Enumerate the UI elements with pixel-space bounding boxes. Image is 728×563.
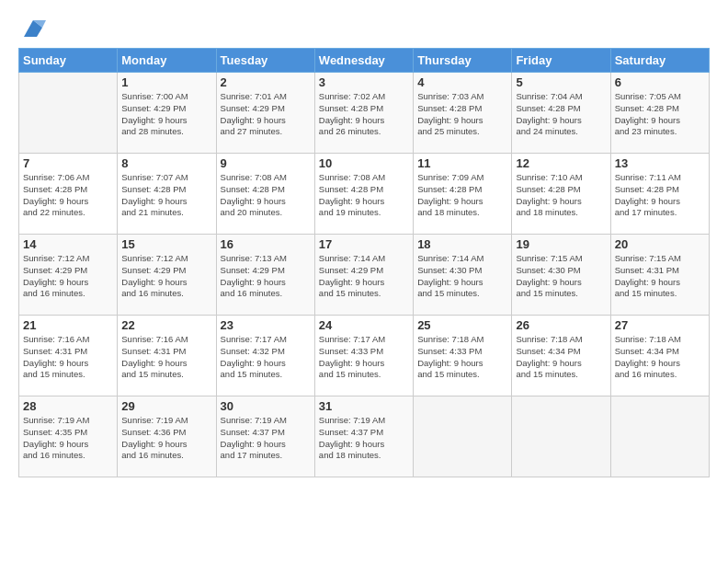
- calendar-cell: 4Sunrise: 7:03 AMSunset: 4:28 PMDaylight…: [414, 73, 512, 154]
- day-info: Sunrise: 7:12 AMSunset: 4:29 PMDaylight:…: [23, 253, 113, 300]
- day-number: 1: [121, 75, 211, 89]
- day-info: Sunrise: 7:05 AMSunset: 4:28 PMDaylight:…: [615, 91, 705, 138]
- calendar-cell: 2Sunrise: 7:01 AMSunset: 4:29 PMDaylight…: [216, 73, 314, 154]
- day-number: 6: [615, 75, 705, 89]
- calendar-cell: 22Sunrise: 7:16 AMSunset: 4:31 PMDayligh…: [118, 316, 216, 396]
- calendar-cell: 27Sunrise: 7:18 AMSunset: 4:34 PMDayligh…: [610, 316, 709, 396]
- day-number: 11: [417, 156, 507, 170]
- day-number: 22: [121, 318, 211, 332]
- day-info: Sunrise: 7:06 AMSunset: 4:28 PMDaylight:…: [23, 172, 113, 219]
- calendar-cell: 8Sunrise: 7:07 AMSunset: 4:28 PMDaylight…: [118, 154, 216, 235]
- day-info: Sunrise: 7:15 AMSunset: 4:30 PMDaylight:…: [516, 253, 606, 300]
- header-row: SundayMondayTuesdayWednesdayThursdayFrid…: [19, 49, 710, 73]
- calendar-week-1: 1Sunrise: 7:00 AMSunset: 4:29 PMDaylight…: [19, 73, 710, 154]
- day-number: 15: [121, 237, 211, 251]
- day-header-friday: Friday: [512, 49, 610, 73]
- calendar-cell: [414, 396, 512, 477]
- day-info: Sunrise: 7:14 AMSunset: 4:29 PMDaylight:…: [319, 253, 409, 300]
- calendar-cell: [610, 396, 709, 477]
- calendar-cell: 28Sunrise: 7:19 AMSunset: 4:35 PMDayligh…: [19, 396, 118, 477]
- calendar-cell: 25Sunrise: 7:18 AMSunset: 4:33 PMDayligh…: [414, 316, 512, 396]
- calendar-cell: 11Sunrise: 7:09 AMSunset: 4:28 PMDayligh…: [414, 154, 512, 235]
- calendar-week-3: 14Sunrise: 7:12 AMSunset: 4:29 PMDayligh…: [19, 235, 710, 316]
- day-number: 23: [221, 318, 311, 332]
- calendar-header: SundayMondayTuesdayWednesdayThursdayFrid…: [19, 49, 710, 73]
- day-number: 2: [221, 75, 311, 89]
- calendar-week-4: 21Sunrise: 7:16 AMSunset: 4:31 PMDayligh…: [19, 316, 710, 396]
- day-info: Sunrise: 7:16 AMSunset: 4:31 PMDaylight:…: [121, 334, 211, 381]
- logo-icon: [20, 15, 46, 40]
- calendar-week-2: 7Sunrise: 7:06 AMSunset: 4:28 PMDaylight…: [19, 154, 710, 235]
- calendar-cell: 9Sunrise: 7:08 AMSunset: 4:28 PMDaylight…: [216, 154, 314, 235]
- day-header-tuesday: Tuesday: [216, 49, 314, 73]
- calendar-cell: 26Sunrise: 7:18 AMSunset: 4:34 PMDayligh…: [512, 316, 610, 396]
- header: [18, 15, 710, 40]
- day-number: 17: [319, 237, 409, 251]
- day-number: 4: [417, 75, 507, 89]
- day-number: 21: [23, 318, 113, 332]
- calendar-cell: 16Sunrise: 7:13 AMSunset: 4:29 PMDayligh…: [216, 235, 314, 316]
- day-info: Sunrise: 7:09 AMSunset: 4:28 PMDaylight:…: [417, 172, 507, 219]
- day-number: 31: [319, 399, 409, 413]
- day-info: Sunrise: 7:19 AMSunset: 4:37 PMDaylight:…: [319, 415, 409, 462]
- calendar-cell: 7Sunrise: 7:06 AMSunset: 4:28 PMDaylight…: [19, 154, 118, 235]
- day-info: Sunrise: 7:18 AMSunset: 4:33 PMDaylight:…: [417, 334, 507, 381]
- calendar-cell: 20Sunrise: 7:15 AMSunset: 4:31 PMDayligh…: [610, 235, 709, 316]
- day-header-monday: Monday: [118, 49, 216, 73]
- day-info: Sunrise: 7:15 AMSunset: 4:31 PMDaylight:…: [615, 253, 705, 300]
- day-number: 29: [121, 399, 211, 413]
- day-header-wednesday: Wednesday: [314, 49, 413, 73]
- calendar-cell: [19, 73, 118, 154]
- logo: [18, 15, 46, 40]
- calendar-cell: 5Sunrise: 7:04 AMSunset: 4:28 PMDaylight…: [512, 73, 610, 154]
- day-info: Sunrise: 7:01 AMSunset: 4:29 PMDaylight:…: [221, 91, 311, 138]
- day-number: 9: [221, 156, 311, 170]
- day-info: Sunrise: 7:10 AMSunset: 4:28 PMDaylight:…: [516, 172, 606, 219]
- calendar-cell: 14Sunrise: 7:12 AMSunset: 4:29 PMDayligh…: [19, 235, 118, 316]
- day-number: 14: [23, 237, 113, 251]
- day-number: 13: [615, 156, 705, 170]
- day-info: Sunrise: 7:11 AMSunset: 4:28 PMDaylight:…: [615, 172, 705, 219]
- page: SundayMondayTuesdayWednesdayThursdayFrid…: [0, 0, 728, 563]
- calendar-cell: 6Sunrise: 7:05 AMSunset: 4:28 PMDaylight…: [610, 73, 709, 154]
- day-info: Sunrise: 7:13 AMSunset: 4:29 PMDaylight:…: [221, 253, 311, 300]
- day-number: 7: [23, 156, 113, 170]
- day-number: 30: [221, 399, 311, 413]
- day-info: Sunrise: 7:17 AMSunset: 4:33 PMDaylight:…: [319, 334, 409, 381]
- day-number: 20: [615, 237, 705, 251]
- day-header-saturday: Saturday: [610, 49, 709, 73]
- calendar-week-5: 28Sunrise: 7:19 AMSunset: 4:35 PMDayligh…: [19, 396, 710, 477]
- day-number: 8: [121, 156, 211, 170]
- day-info: Sunrise: 7:17 AMSunset: 4:32 PMDaylight:…: [221, 334, 311, 381]
- day-info: Sunrise: 7:19 AMSunset: 4:35 PMDaylight:…: [23, 415, 113, 462]
- calendar-body: 1Sunrise: 7:00 AMSunset: 4:29 PMDaylight…: [19, 73, 710, 477]
- day-info: Sunrise: 7:19 AMSunset: 4:37 PMDaylight:…: [221, 415, 311, 462]
- day-number: 10: [319, 156, 409, 170]
- calendar-cell: 29Sunrise: 7:19 AMSunset: 4:36 PMDayligh…: [118, 396, 216, 477]
- calendar-cell: 12Sunrise: 7:10 AMSunset: 4:28 PMDayligh…: [512, 154, 610, 235]
- day-info: Sunrise: 7:07 AMSunset: 4:28 PMDaylight:…: [121, 172, 211, 219]
- calendar-cell: 31Sunrise: 7:19 AMSunset: 4:37 PMDayligh…: [314, 396, 413, 477]
- day-info: Sunrise: 7:00 AMSunset: 4:29 PMDaylight:…: [121, 91, 211, 138]
- day-number: 3: [319, 75, 409, 89]
- day-info: Sunrise: 7:16 AMSunset: 4:31 PMDaylight:…: [23, 334, 113, 381]
- calendar-cell: 10Sunrise: 7:08 AMSunset: 4:28 PMDayligh…: [314, 154, 413, 235]
- day-number: 25: [417, 318, 507, 332]
- day-info: Sunrise: 7:14 AMSunset: 4:30 PMDaylight:…: [417, 253, 507, 300]
- calendar-cell: 18Sunrise: 7:14 AMSunset: 4:30 PMDayligh…: [414, 235, 512, 316]
- calendar-cell: 19Sunrise: 7:15 AMSunset: 4:30 PMDayligh…: [512, 235, 610, 316]
- day-info: Sunrise: 7:18 AMSunset: 4:34 PMDaylight:…: [615, 334, 705, 381]
- calendar: SundayMondayTuesdayWednesdayThursdayFrid…: [18, 48, 710, 477]
- day-info: Sunrise: 7:04 AMSunset: 4:28 PMDaylight:…: [516, 91, 606, 138]
- calendar-cell: 24Sunrise: 7:17 AMSunset: 4:33 PMDayligh…: [314, 316, 413, 396]
- day-info: Sunrise: 7:02 AMSunset: 4:28 PMDaylight:…: [319, 91, 409, 138]
- calendar-cell: 13Sunrise: 7:11 AMSunset: 4:28 PMDayligh…: [610, 154, 709, 235]
- day-info: Sunrise: 7:03 AMSunset: 4:28 PMDaylight:…: [417, 91, 507, 138]
- calendar-cell: 17Sunrise: 7:14 AMSunset: 4:29 PMDayligh…: [314, 235, 413, 316]
- calendar-cell: 23Sunrise: 7:17 AMSunset: 4:32 PMDayligh…: [216, 316, 314, 396]
- calendar-cell: 1Sunrise: 7:00 AMSunset: 4:29 PMDaylight…: [118, 73, 216, 154]
- day-info: Sunrise: 7:08 AMSunset: 4:28 PMDaylight:…: [221, 172, 311, 219]
- calendar-cell: 3Sunrise: 7:02 AMSunset: 4:28 PMDaylight…: [314, 73, 413, 154]
- day-info: Sunrise: 7:08 AMSunset: 4:28 PMDaylight:…: [319, 172, 409, 219]
- day-info: Sunrise: 7:18 AMSunset: 4:34 PMDaylight:…: [516, 334, 606, 381]
